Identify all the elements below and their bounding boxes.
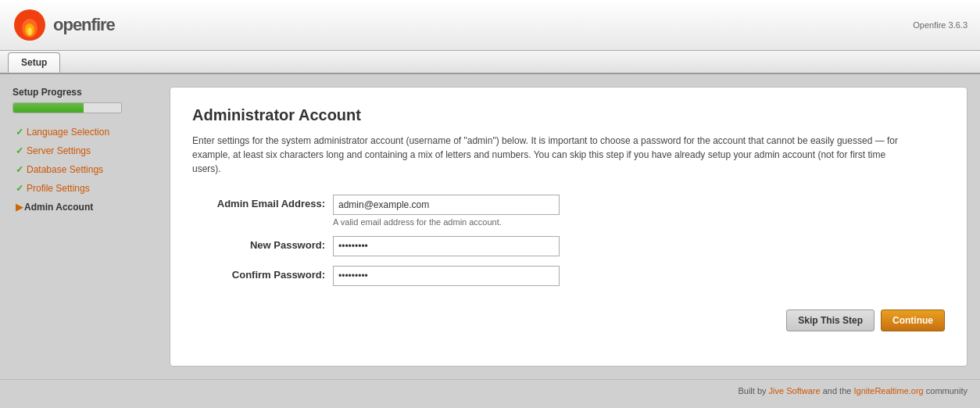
confirm-label: Confirm Password:	[192, 266, 333, 281]
footer-text-before: Built by	[738, 386, 768, 395]
email-label: Admin Email Address:	[192, 195, 333, 209]
confirm-row: Confirm Password:	[192, 266, 945, 286]
check-icon: ✓	[16, 183, 23, 194]
password-input[interactable]	[333, 236, 560, 256]
sidebar-item-language[interactable]: ✓ Language Selection	[13, 123, 157, 141]
confirm-input[interactable]	[333, 266, 560, 286]
footer-text-between: and the	[821, 386, 854, 395]
logo-text: openfire	[53, 15, 115, 35]
nav-bar: Setup	[0, 51, 980, 74]
sidebar: Setup Progress ✓ Language Selection ✓ Se…	[13, 87, 157, 367]
confirm-field-group	[333, 266, 560, 286]
main-panel: Administrator Account Enter settings for…	[170, 87, 967, 367]
progress-bar	[13, 102, 122, 113]
progress-bar-fill	[13, 103, 84, 113]
jive-software-link[interactable]: Jive Software	[769, 386, 821, 395]
sidebar-item-label: Server Settings	[27, 145, 91, 156]
logo-area: openfire	[13, 8, 115, 42]
sidebar-item-label: Database Settings	[27, 164, 103, 175]
version-label: Openfire 3.6.3	[913, 20, 967, 30]
check-icon: ✓	[16, 127, 23, 138]
email-field-group: A valid email address for the admin acco…	[333, 195, 560, 227]
openfire-logo-icon	[13, 8, 47, 42]
footer-text-after: community	[924, 386, 967, 395]
sidebar-item-database[interactable]: ✓ Database Settings	[13, 160, 157, 179]
setup-progress-label: Setup Progress	[13, 87, 157, 98]
main-content: Setup Progress ✓ Language Selection ✓ Se…	[0, 74, 980, 379]
footer: Built by Jive Software and the IgniteRea…	[0, 379, 980, 402]
sidebar-item-label: Profile Settings	[27, 183, 90, 194]
sidebar-item-label: Admin Account	[24, 202, 93, 213]
sidebar-item-admin[interactable]: ▶ Admin Account	[13, 198, 157, 217]
password-label: New Password:	[192, 236, 333, 251]
header: openfire Openfire 3.6.3	[0, 0, 980, 51]
panel-title: Administrator Account	[192, 106, 945, 124]
ignite-realtime-link[interactable]: IgniteRealtime.org	[853, 386, 923, 395]
sidebar-item-label: Language Selection	[27, 127, 109, 138]
sidebar-item-server[interactable]: ✓ Server Settings	[13, 141, 157, 160]
email-row: Admin Email Address: A valid email addre…	[192, 195, 945, 227]
email-hint: A valid email address for the admin acco…	[333, 217, 560, 227]
password-field-group	[333, 236, 560, 256]
arrow-icon: ▶	[16, 202, 23, 213]
continue-button[interactable]: Continue	[881, 310, 945, 331]
sidebar-item-profile[interactable]: ✓ Profile Settings	[13, 179, 157, 198]
password-row: New Password:	[192, 236, 945, 256]
svg-point-3	[27, 27, 32, 35]
check-icon: ✓	[16, 145, 23, 156]
skip-button[interactable]: Skip This Step	[786, 310, 874, 331]
tab-setup[interactable]: Setup	[8, 52, 60, 73]
button-area: Skip This Step Continue	[192, 310, 945, 331]
check-icon: ✓	[16, 164, 23, 175]
email-input[interactable]	[333, 195, 560, 215]
panel-description: Enter settings for the system administra…	[192, 134, 911, 176]
